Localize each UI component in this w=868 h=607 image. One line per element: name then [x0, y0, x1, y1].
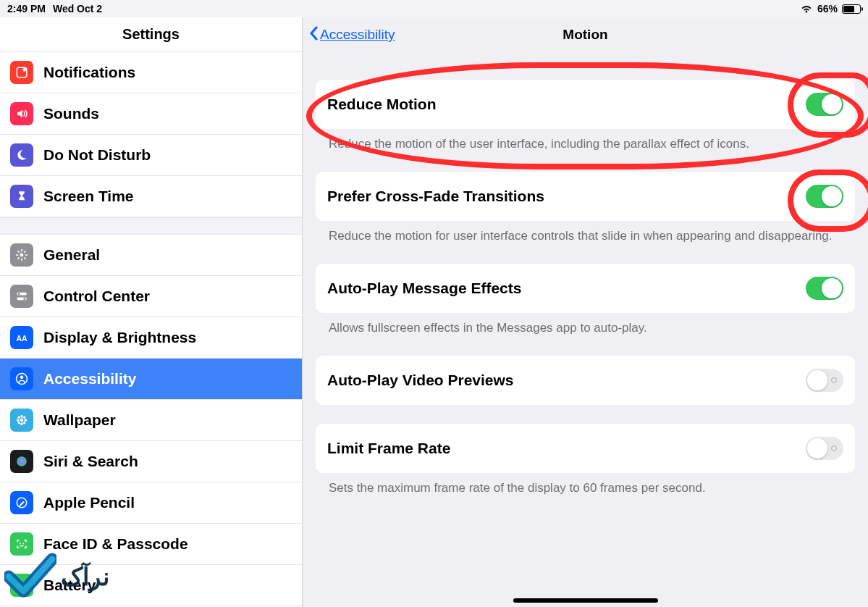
flower-icon [10, 409, 33, 432]
sidebar-item-accessibility[interactable]: Accessibility [0, 359, 302, 400]
sidebar-item-label: Accessibility [43, 370, 136, 388]
pencil-icon [10, 491, 33, 514]
setting-cross-fade: Prefer Cross-Fade Transitions [316, 172, 855, 221]
sidebar-item-label: Apple Pencil [43, 494, 135, 511]
aa-icon: AA [10, 326, 33, 349]
status-bar: 2:49 PM Wed Oct 2 66% [0, 0, 868, 17]
svg-text:AA: AA [17, 334, 28, 343]
battery-icon [842, 4, 861, 14]
sidebar-item-label: Battery [43, 577, 96, 594]
svg-point-19 [17, 456, 27, 466]
setting-limit-fps: Limit Frame Rate [316, 424, 855, 473]
svg-point-22 [22, 543, 24, 544]
settings-sidebar: Settings NotificationsSoundsDo Not Distu… [0, 17, 303, 607]
setting-label: Limit Frame Rate [327, 440, 450, 457]
toggle-cross-fade[interactable] [806, 185, 843, 208]
sidebar-item-controlcenter[interactable]: Control Center [0, 276, 302, 317]
siri-icon [10, 450, 33, 473]
sidebar-item-label: Wallpaper [43, 411, 116, 429]
sidebar-item-notifications[interactable]: Notifications [0, 52, 302, 93]
sidebar-item-screentime[interactable]: Screen Time [0, 176, 302, 217]
toggle-limit-fps[interactable] [806, 437, 843, 460]
svg-point-13 [17, 419, 20, 422]
setting-label: Auto-Play Video Previews [327, 372, 514, 389]
back-button[interactable]: Accessibility [303, 26, 395, 44]
toggle-reduce-motion[interactable] [806, 93, 843, 116]
svg-rect-24 [26, 585, 28, 587]
svg-point-4 [18, 293, 20, 295]
notifications-icon [10, 61, 33, 84]
detail-header: Accessibility Motion [303, 17, 868, 52]
sidebar-item-sounds[interactable]: Sounds [0, 93, 302, 135]
svg-point-15 [18, 416, 20, 419]
setting-reduce-motion: Reduce Motion [316, 80, 855, 129]
sidebar-item-dnd[interactable]: Do Not Disturb [0, 135, 302, 176]
setting-desc-reduce-motion: Reduce the motion of the user interface,… [316, 129, 855, 172]
setting-desc-limit-fps: Sets the maximum frame rate of the displ… [316, 473, 855, 516]
switches-icon [10, 285, 33, 308]
setting-desc-msg-effects: Allows fullscreen effects in the Message… [316, 313, 855, 356]
sidebar-item-label: Notifications [43, 64, 135, 81]
speaker-icon [10, 102, 33, 125]
setting-desc-cross-fade: Reduce the motion for user interface con… [316, 221, 855, 264]
sidebar-item-pencil[interactable]: Apple Pencil [0, 482, 302, 524]
battery-pct: 66% [817, 3, 838, 14]
sidebar-item-siri[interactable]: Siri & Search [0, 441, 302, 482]
moon-icon [10, 143, 33, 167]
sidebar-item-label: Do Not Disturb [43, 146, 151, 164]
svg-point-17 [18, 422, 20, 424]
status-date: Wed Oct 2 [53, 3, 102, 14]
back-label: Accessibility [320, 27, 395, 43]
toggle-video-previews[interactable] [806, 369, 843, 392]
svg-point-21 [20, 543, 21, 544]
sidebar-item-label: Screen Time [43, 188, 134, 205]
hourglass-icon [10, 185, 33, 208]
home-indicator [513, 598, 658, 603]
svg-point-18 [23, 422, 25, 424]
svg-point-14 [24, 419, 27, 422]
chevron-left-icon [308, 26, 319, 44]
person-icon [10, 367, 33, 390]
battery-icon [10, 574, 33, 597]
svg-point-16 [23, 416, 25, 419]
status-time: 2:49 PM [7, 3, 46, 14]
setting-label: Auto-Play Message Effects [327, 280, 521, 297]
sidebar-item-faceid[interactable]: Face ID & Passcode [0, 524, 302, 565]
sidebar-item-label: Sounds [43, 105, 99, 122]
toggle-msg-effects[interactable] [806, 277, 843, 300]
svg-point-11 [20, 415, 23, 418]
svg-rect-23 [17, 583, 25, 587]
sidebar-item-wallpaper[interactable]: Wallpaper [0, 400, 302, 441]
sidebar-group-separator [0, 217, 302, 235]
svg-point-1 [22, 68, 26, 72]
sidebar-item-label: General [43, 246, 100, 264]
setting-label: Prefer Cross-Fade Transitions [327, 188, 544, 205]
detail-pane: Accessibility Motion Reduce MotionReduce… [303, 17, 868, 607]
svg-point-10 [20, 419, 24, 422]
sidebar-item-label: Siri & Search [43, 453, 138, 470]
svg-point-2 [20, 254, 24, 257]
svg-point-6 [23, 298, 25, 300]
sidebar-item-battery[interactable]: Battery [0, 565, 302, 606]
setting-video-previews: Auto-Play Video Previews [316, 356, 855, 405]
sidebar-item-label: Face ID & Passcode [43, 535, 188, 553]
faceid-icon [10, 532, 33, 556]
sidebar-item-label: Control Center [43, 288, 150, 305]
svg-point-9 [20, 376, 24, 380]
sidebar-item-display[interactable]: AADisplay & Brightness [0, 317, 302, 359]
wifi-icon [800, 3, 813, 15]
sidebar-title: Settings [0, 17, 302, 52]
sidebar-item-general[interactable]: General [0, 235, 302, 276]
setting-label: Reduce Motion [327, 96, 437, 113]
setting-msg-effects: Auto-Play Message Effects [316, 264, 855, 313]
svg-point-12 [20, 422, 23, 425]
gear-icon [10, 243, 33, 267]
sidebar-item-label: Display & Brightness [43, 329, 196, 346]
